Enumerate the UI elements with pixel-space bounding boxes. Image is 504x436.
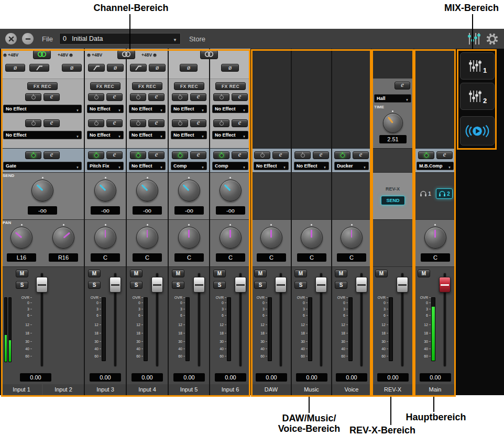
insert1-edit-button[interactable]: e	[106, 93, 123, 101]
channel-fx-power-button[interactable]	[172, 151, 188, 159]
pan-knob-input4[interactable]	[136, 227, 158, 249]
mute-button-daw[interactable]: M	[254, 270, 267, 277]
solo-button-input3[interactable]: S	[88, 281, 101, 289]
channel-fx-power-button[interactable]	[130, 151, 146, 159]
insert2-edit-button[interactable]: e	[43, 119, 60, 127]
stereo-link-button-input34[interactable]	[117, 50, 135, 59]
insert2-edit-button[interactable]: e	[232, 119, 248, 127]
reverb-type-select[interactable]: Hall	[374, 94, 411, 103]
phase-button-input3[interactable]: ø	[107, 64, 124, 72]
channel-fx-power-button[interactable]	[213, 151, 229, 159]
insert1-edit-button[interactable]: e	[148, 93, 165, 101]
channel-fx-select[interactable]: No Effect	[129, 162, 166, 170]
phones2-button[interactable]: 2	[436, 188, 453, 199]
insert2-power-button[interactable]	[25, 119, 41, 127]
minimize-button[interactable]	[22, 33, 34, 44]
solo-button-input6[interactable]: S	[213, 281, 226, 289]
phase-button-input6[interactable]: ø	[221, 64, 239, 72]
channel-fx-edit-button[interactable]: e	[106, 151, 123, 159]
channel-fx-edit-button[interactable]: e	[148, 151, 165, 159]
channel-fx-power-button[interactable]	[25, 151, 41, 159]
channel-fx-edit-button[interactable]: e	[43, 151, 60, 159]
channel-fx-power-button[interactable]	[294, 151, 311, 159]
channel-fx-select[interactable]: Comp	[171, 162, 207, 170]
scene-select[interactable]: 0 Initial Data	[59, 33, 181, 44]
channel-fx-power-button[interactable]	[334, 151, 350, 159]
channel-fx-edit-button[interactable]: e	[272, 151, 289, 159]
channel-fx-select[interactable]: No Effect	[294, 162, 329, 170]
insert2-effect-select[interactable]: No Effect	[129, 131, 166, 139]
file-menu-label[interactable]: File	[42, 35, 53, 43]
pan-knob-input5[interactable]	[178, 227, 200, 249]
mixer-view-icon[interactable]	[467, 32, 480, 46]
phase-button-input5[interactable]: ø	[180, 64, 198, 72]
fx-rec-button-input4[interactable]: FX REC	[132, 82, 162, 90]
mute-button-pair12[interactable]: M	[16, 270, 28, 277]
fader-pair12[interactable]	[36, 277, 48, 293]
insert2-effect-select[interactable]: No Effect	[212, 131, 248, 139]
solo-button-input4[interactable]: S	[130, 281, 143, 289]
channel-fx-power-button[interactable]	[418, 151, 434, 159]
channel-fx-edit-button[interactable]: e	[353, 151, 369, 159]
mix1-button[interactable]: 1	[460, 52, 495, 80]
fader-revx[interactable]	[397, 277, 408, 293]
mute-button-input4[interactable]: M	[130, 270, 143, 277]
time-knob[interactable]	[383, 113, 403, 133]
insert2-edit-button[interactable]: e	[190, 119, 206, 127]
solo-button-pair12[interactable]: S	[16, 281, 28, 289]
send-knob-pair12[interactable]	[31, 180, 53, 202]
mute-button-voice[interactable]: M	[335, 270, 347, 277]
rev-send-button[interactable]: SEND	[381, 196, 405, 205]
insert1-effect-select[interactable]: No Effect	[129, 105, 166, 113]
pan-knob-voice[interactable]	[341, 227, 363, 249]
fx-rec-button-input3[interactable]: FX REC	[90, 82, 120, 90]
stereo-link-button-input12[interactable]	[33, 50, 51, 59]
insert1-effect-select[interactable]: No Effect	[171, 105, 207, 113]
solo-button-music[interactable]: S	[294, 281, 307, 289]
channel-fx-edit-button[interactable]: e	[190, 151, 206, 159]
mute-button-music[interactable]: M	[294, 270, 307, 277]
fader-music[interactable]	[315, 277, 327, 293]
settings-gear-icon[interactable]	[486, 32, 499, 46]
insert1-power-button[interactable]	[130, 93, 146, 101]
phase-button-input4[interactable]: ø	[149, 64, 166, 72]
insert1-edit-button[interactable]: e	[232, 93, 248, 101]
phase-button-input1[interactable]: ø	[5, 64, 25, 72]
channel-fx-power-button[interactable]	[88, 151, 104, 159]
mute-button-main[interactable]: M	[418, 270, 430, 277]
pan-knob-main[interactable]	[424, 227, 446, 249]
reverb-edit-button[interactable]: e	[395, 82, 410, 90]
mute-button-input5[interactable]: M	[172, 270, 184, 277]
solo-button-voice[interactable]: S	[335, 281, 347, 289]
pan-knob-input6[interactable]	[220, 227, 242, 249]
insert1-power-button[interactable]	[25, 93, 41, 101]
solo-button-input5[interactable]: S	[172, 281, 184, 289]
insert2-effect-select[interactable]: No Effect	[3, 131, 82, 139]
insert1-edit-button[interactable]: e	[43, 93, 60, 101]
pan-knob-input1[interactable]	[10, 227, 32, 249]
send-knob-input5[interactable]	[178, 180, 200, 202]
fx-rec-button-input6[interactable]: FX REC	[215, 82, 246, 90]
streaming-button[interactable]	[460, 116, 495, 146]
insert1-edit-button[interactable]: e	[190, 93, 206, 101]
channel-fx-select[interactable]: Ducker	[334, 162, 369, 170]
hpf-button-input4[interactable]	[130, 64, 147, 72]
fx-rec-button-input5[interactable]: FX REC	[174, 82, 204, 90]
mute-button-input3[interactable]: M	[88, 270, 101, 277]
send-knob-input6[interactable]	[220, 180, 242, 202]
fader-input6[interactable]	[235, 277, 246, 293]
close-button[interactable]	[5, 33, 17, 44]
pan-knob-daw[interactable]	[260, 227, 282, 249]
phase-button-input2[interactable]: ø	[62, 64, 82, 72]
stereo-link-button-input56[interactable]	[200, 50, 218, 59]
insert2-edit-button[interactable]: e	[106, 119, 123, 127]
insert1-effect-select[interactable]: No Effect	[3, 105, 82, 113]
channel-fx-edit-button[interactable]: e	[313, 151, 329, 159]
insert1-power-button[interactable]	[213, 93, 229, 101]
insert2-power-button[interactable]	[213, 119, 229, 127]
insert2-power-button[interactable]	[172, 119, 188, 127]
fader-input3[interactable]	[109, 277, 121, 293]
solo-button-daw[interactable]: S	[254, 281, 267, 289]
channel-fx-select[interactable]: Pitch Fix	[87, 162, 124, 170]
hpf-button-input3[interactable]	[88, 64, 105, 72]
